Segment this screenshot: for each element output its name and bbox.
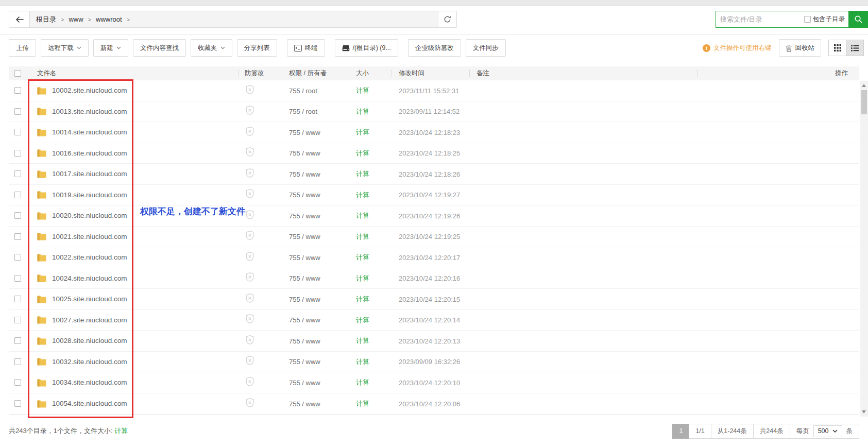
calc-size-link[interactable]: 计算 xyxy=(356,128,369,136)
breadcrumb: 根目录>www>wwwroot> xyxy=(29,11,438,28)
row-checkbox[interactable] xyxy=(14,358,21,365)
include-subdir-option[interactable]: 包含子目录 xyxy=(804,15,849,24)
row-checkbox[interactable] xyxy=(14,212,21,219)
row-checkbox[interactable] xyxy=(14,170,21,177)
search-input[interactable] xyxy=(717,15,804,23)
mtime-cell: 2023/10/24 12:20:17 xyxy=(392,253,469,262)
calc-size-link[interactable]: 计算 xyxy=(356,149,369,157)
enterprise-tamper-proof-button[interactable]: 企业级防篡改 xyxy=(408,39,461,57)
row-checkbox[interactable] xyxy=(14,150,21,157)
calc-size-link[interactable]: 计算 xyxy=(356,233,369,240)
file-content-search-button[interactable]: 文件内容查找 xyxy=(133,39,186,57)
terminal-button[interactable]: 终端 xyxy=(287,39,325,57)
breadcrumb-chevron-icon: > xyxy=(88,16,91,23)
row-checkbox[interactable] xyxy=(14,337,21,344)
calc-size-link[interactable]: 计算 xyxy=(356,295,369,303)
row-checkbox[interactable] xyxy=(14,317,21,323)
row-checkbox[interactable] xyxy=(14,400,21,407)
calc-size-link[interactable]: 计算 xyxy=(356,400,369,407)
recycle-bin-button[interactable]: 回收站 xyxy=(779,39,822,57)
calc-size-link[interactable]: 计算 xyxy=(356,87,369,94)
file-name[interactable]: 10021.site.niucloud.com xyxy=(52,233,127,240)
scrollbar-thumb[interactable] xyxy=(861,90,867,114)
tamper-proof-cell xyxy=(239,376,282,389)
file-name[interactable]: 10024.site.niucloud.com xyxy=(52,274,127,282)
file-name[interactable]: 10020.site.niucloud.com xyxy=(52,212,127,219)
header-permission-owner[interactable]: 权限 / 所有者 xyxy=(282,66,349,80)
table-row: 10013.site.niucloud.com 755 / root 计算 20… xyxy=(9,101,859,123)
header-note[interactable]: 备注 xyxy=(469,66,697,80)
include-subdir-checkbox[interactable] xyxy=(804,16,811,23)
row-checkbox[interactable] xyxy=(14,87,21,94)
calc-size-link[interactable]: 计算 xyxy=(356,253,369,261)
row-checkbox[interactable] xyxy=(14,254,21,261)
calc-size-link[interactable]: 计算 xyxy=(356,170,369,178)
row-checkbox[interactable] xyxy=(14,379,21,386)
footer-calc-size-link[interactable]: 计算 xyxy=(114,427,128,435)
file-name[interactable]: 10014.site.niucloud.com xyxy=(52,128,127,136)
row-checkbox[interactable] xyxy=(14,108,21,115)
calc-size-link[interactable]: 计算 xyxy=(356,337,369,344)
header-modified-time[interactable]: 修改时间 xyxy=(392,66,469,80)
refresh-button[interactable] xyxy=(438,11,457,28)
search-button[interactable] xyxy=(849,11,868,28)
permission-cell: 755 / www xyxy=(282,128,349,137)
mtime-cell: 2023/10/24 12:20:14 xyxy=(392,315,469,324)
calc-size-link[interactable]: 计算 xyxy=(356,108,369,115)
file-name[interactable]: 10013.site.niucloud.com xyxy=(52,108,127,115)
favorites-button-label: 收藏夹 xyxy=(198,44,217,53)
grid-view-button[interactable] xyxy=(828,40,846,56)
page-number-current[interactable]: 1 xyxy=(672,424,689,439)
calc-size-link[interactable]: 计算 xyxy=(356,191,369,199)
header-tamper-proof[interactable]: 防篡改 xyxy=(239,66,282,80)
back-button[interactable] xyxy=(9,11,30,28)
list-view-button[interactable] xyxy=(846,40,864,56)
breadcrumb-item[interactable]: www xyxy=(69,15,83,23)
scrollbar-down-arrow-icon[interactable] xyxy=(862,410,866,413)
calc-size-link[interactable]: 计算 xyxy=(356,274,369,282)
row-checkbox[interactable] xyxy=(14,192,21,198)
file-name[interactable]: 10017.site.niucloud.com xyxy=(52,170,127,178)
share-list-button[interactable]: 分享列表 xyxy=(237,39,277,57)
header-size[interactable]: 大小 xyxy=(349,66,392,80)
new-button[interactable]: 新建 xyxy=(93,39,128,57)
file-sync-button[interactable]: 文件同步 xyxy=(466,39,506,57)
calc-size-link[interactable]: 计算 xyxy=(356,358,369,366)
row-checkbox[interactable] xyxy=(14,296,21,302)
file-name[interactable]: 10002.site.niucloud.com xyxy=(52,87,127,94)
select-all-checkbox[interactable] xyxy=(14,70,21,77)
row-checkbox[interactable] xyxy=(14,233,21,240)
tamper-proof-cell xyxy=(239,126,282,139)
upload-button[interactable]: 上传 xyxy=(9,39,36,57)
file-name[interactable]: 10027.site.niucloud.com xyxy=(52,316,127,324)
header-filename[interactable]: 文件名 xyxy=(37,66,239,80)
permission-owner: 755 / root xyxy=(289,108,317,115)
breadcrumb-item[interactable]: wwwroot xyxy=(96,15,122,23)
file-name[interactable]: 10034.site.niucloud.com xyxy=(52,378,127,386)
file-name[interactable]: 10019.site.niucloud.com xyxy=(52,191,127,199)
row-checkbox[interactable] xyxy=(14,275,21,282)
vertical-scrollbar[interactable] xyxy=(860,81,868,417)
file-name[interactable]: 10025.site.niucloud.com xyxy=(52,295,127,303)
calc-size-link[interactable]: 计算 xyxy=(356,378,369,386)
file-name[interactable]: 10028.site.niucloud.com xyxy=(52,337,127,344)
shield-x-icon xyxy=(245,251,255,262)
file-name[interactable]: 10032.site.niucloud.com xyxy=(52,358,127,366)
calc-size-link[interactable]: 计算 xyxy=(356,212,369,219)
file-name[interactable]: 10054.site.niucloud.com xyxy=(52,400,127,407)
file-name[interactable]: 10022.site.niucloud.com xyxy=(52,253,127,261)
search-area: 包含子目录 xyxy=(716,11,868,28)
scrollbar-up-arrow-icon[interactable] xyxy=(862,84,866,87)
directory-summary: 共243个目录，1个文件，文件大小: 计算 xyxy=(9,426,128,436)
calc-size-link[interactable]: 计算 xyxy=(356,316,369,324)
chevron-down-icon xyxy=(116,46,121,49)
remote-download-button[interactable]: 远程下载 xyxy=(41,39,89,57)
back-arrow-icon xyxy=(15,16,24,23)
permission-cell: 755 / root xyxy=(282,107,349,116)
per-page-select[interactable]: 500 xyxy=(813,425,842,437)
breadcrumb-item[interactable]: 根目录 xyxy=(36,15,56,24)
disk-selector-button[interactable]: /(根目录) (9... xyxy=(335,39,398,57)
row-checkbox[interactable] xyxy=(14,129,21,135)
file-name[interactable]: 10016.site.niucloud.com xyxy=(52,149,127,157)
favorites-button[interactable]: 收藏夹 xyxy=(191,39,232,57)
